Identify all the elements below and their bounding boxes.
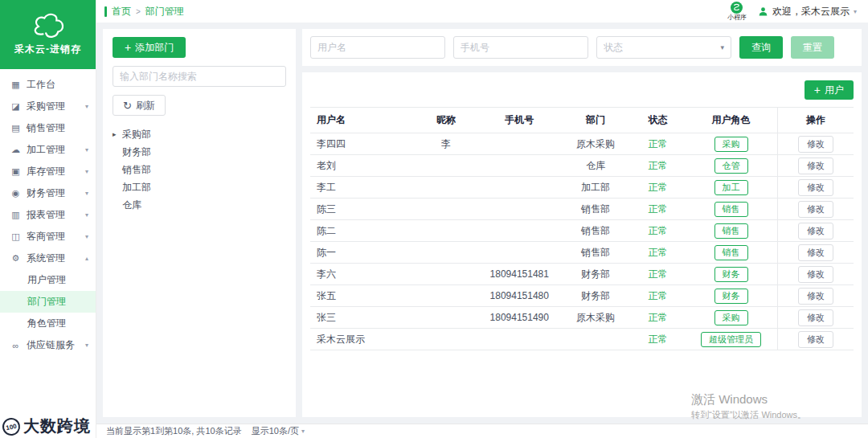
edit-button[interactable]: 修改 bbox=[798, 179, 833, 196]
edit-button[interactable]: 修改 bbox=[798, 136, 833, 153]
tree-item[interactable]: 仓库 bbox=[113, 196, 286, 214]
user-row: 李工加工部正常加工修改 bbox=[310, 177, 854, 199]
tree-item[interactable]: ▸采购部 bbox=[113, 125, 286, 143]
chevron-down-icon: ▾ bbox=[85, 168, 88, 175]
sidebar-subitem-dept-mgmt[interactable]: 部门管理 bbox=[0, 291, 96, 313]
report-icon: ▥ bbox=[10, 210, 21, 220]
edit-button[interactable]: 修改 bbox=[798, 288, 833, 305]
edit-button[interactable]: 修改 bbox=[798, 244, 833, 261]
sidebar: 采木云-进销存 ▦工作台◪采购管理▾▤销售管理☁加工管理▾▣库存管理▾◉财务管理… bbox=[0, 0, 96, 438]
sidebar-item-finance[interactable]: ◉财务管理▾ bbox=[0, 182, 96, 204]
edit-button[interactable]: 修改 bbox=[798, 158, 833, 174]
add-user-button[interactable]: + 用户 bbox=[805, 80, 854, 100]
phone-filter-input[interactable] bbox=[453, 36, 588, 59]
status-text: 正常 bbox=[649, 160, 668, 171]
add-department-button[interactable]: + 添加部门 bbox=[113, 37, 186, 58]
cell-role: 销售 bbox=[685, 242, 777, 264]
column-header: 操作 bbox=[777, 108, 854, 133]
sidebar-item-label: 系统管理 bbox=[27, 252, 80, 265]
cell-phone: 18094151481 bbox=[479, 264, 560, 285]
main-column: 首页 > 部门管理 小程序 欢迎，采木云展示 bbox=[96, 0, 868, 438]
role-badge: 采购 bbox=[714, 310, 748, 325]
sidebar-item-purchase[interactable]: ◪采购管理▾ bbox=[0, 96, 96, 117]
cell-phone: 18094151490 bbox=[479, 307, 560, 329]
sidebar-item-workbench[interactable]: ▦工作台 bbox=[0, 74, 96, 96]
mini-program-entry[interactable]: 小程序 bbox=[727, 2, 747, 21]
sidebar-item-label: 库存管理 bbox=[27, 165, 80, 178]
sidebar-item-customer[interactable]: ◫客商管理▾ bbox=[0, 226, 96, 248]
cell-nickname: 李 bbox=[413, 133, 478, 155]
sidebar-item-system[interactable]: ⚙系统管理▴ bbox=[0, 248, 96, 269]
tree-item[interactable]: 财务部 bbox=[113, 143, 286, 161]
breadcrumb-home[interactable]: 首页 bbox=[112, 5, 131, 18]
sidebar-subitem-user-mgmt[interactable]: 用户管理 bbox=[0, 269, 96, 291]
user-row: 张五18094151480财务部正常财务修改 bbox=[310, 285, 854, 307]
chevron-down-icon: ▾ bbox=[85, 211, 88, 219]
page-size-select[interactable]: 显示10条/页 ▾ bbox=[252, 425, 305, 437]
user-icon bbox=[758, 6, 768, 17]
cell-action: 修改 bbox=[777, 177, 854, 199]
mini-program-label: 小程序 bbox=[727, 14, 747, 21]
column-header: 状态 bbox=[631, 108, 686, 133]
department-search-input[interactable] bbox=[113, 66, 286, 87]
sidebar-item-inventory[interactable]: ▣库存管理▾ bbox=[0, 161, 96, 182]
cell-nickname bbox=[413, 220, 478, 242]
cell-phone: 18094151480 bbox=[479, 285, 560, 307]
windows-activation-watermark: 激活 Windows 转到“设置”以激活 Windows。 bbox=[691, 392, 806, 421]
edit-button[interactable]: 修改 bbox=[798, 309, 833, 326]
edit-button[interactable]: 修改 bbox=[798, 331, 833, 348]
caret-right-icon[interactable]: ▸ bbox=[113, 130, 122, 138]
edit-button[interactable]: 修改 bbox=[798, 266, 833, 283]
tree-item[interactable]: 加工部 bbox=[113, 178, 286, 196]
inventory-icon: ▣ bbox=[10, 166, 21, 177]
topbar-right: 小程序 欢迎，采木云展示 ▾ bbox=[727, 2, 857, 21]
cell-action: 修改 bbox=[777, 155, 854, 177]
plus-icon: + bbox=[814, 84, 821, 96]
pagination-info: 当前显示第1到第10条, 共10条记录 bbox=[106, 425, 242, 437]
cell-status: 正常 bbox=[631, 155, 686, 177]
cell-department: 销售部 bbox=[560, 199, 631, 220]
refresh-button[interactable]: ↻ 刷新 bbox=[113, 95, 166, 116]
user-row: 陈三销售部正常销售修改 bbox=[310, 199, 854, 220]
sidebar-item-processing[interactable]: ☁加工管理▾ bbox=[0, 139, 96, 161]
user-row: 陈一销售部正常销售修改 bbox=[310, 242, 854, 264]
reset-button[interactable]: 重置 bbox=[791, 36, 834, 59]
pagination-bar: 当前显示第1到第10条, 共10条记录 显示10条/页 ▾ bbox=[96, 424, 868, 438]
user-row: 老刘仓库正常仓管修改 bbox=[310, 155, 854, 177]
status-text: 正常 bbox=[649, 290, 668, 301]
table-toolbar: + 用户 bbox=[310, 80, 854, 100]
cell-department: 仓库 bbox=[560, 155, 631, 177]
status-text: 正常 bbox=[649, 225, 668, 236]
username-filter-input[interactable] bbox=[310, 36, 445, 59]
tree-item-label: 仓库 bbox=[122, 199, 141, 212]
cell-username: 李六 bbox=[310, 264, 413, 285]
tree-item[interactable]: 销售部 bbox=[113, 161, 286, 178]
edit-button[interactable]: 修改 bbox=[798, 223, 833, 239]
sidebar-item-label: 加工管理 bbox=[27, 143, 80, 157]
cell-status: 正常 bbox=[631, 264, 686, 285]
sidebar-item-supply[interactable]: ∞供应链服务▾ bbox=[0, 334, 96, 356]
brand-logo bbox=[30, 13, 67, 39]
cell-nickname bbox=[413, 329, 478, 350]
purchase-icon: ◪ bbox=[10, 101, 21, 112]
column-header: 手机号 bbox=[479, 108, 560, 133]
user-menu[interactable]: 欢迎，采木云展示 ▾ bbox=[758, 5, 857, 18]
sidebar-item-report[interactable]: ▥报表管理▾ bbox=[0, 204, 96, 226]
sidebar-item-sales[interactable]: ▤销售管理 bbox=[0, 117, 96, 139]
chevron-down-icon: ▾ bbox=[720, 43, 724, 51]
status-select[interactable]: 状态 ▾ bbox=[596, 36, 731, 59]
cell-role: 采购 bbox=[685, 307, 777, 329]
refresh-icon: ↻ bbox=[123, 100, 132, 111]
cell-username: 陈二 bbox=[310, 220, 413, 242]
edit-button[interactable]: 修改 bbox=[798, 201, 833, 218]
watermark-dashukuajing: 100 大数跨境 bbox=[2, 415, 91, 437]
customer-icon: ◫ bbox=[10, 231, 21, 242]
cell-department bbox=[560, 329, 631, 350]
cell-action: 修改 bbox=[777, 220, 854, 242]
cell-username: 李工 bbox=[310, 177, 413, 199]
breadcrumb-separator: > bbox=[136, 7, 141, 16]
sidebar-subitem-role-mgmt[interactable]: 角色管理 bbox=[0, 313, 96, 334]
search-button[interactable]: 查询 bbox=[739, 36, 783, 59]
user-table-card: + 用户 用户名昵称手机号部门状态用户角色操作 李四四李原木采购正常采购修改老刘… bbox=[302, 72, 862, 417]
cell-role: 销售 bbox=[685, 199, 777, 220]
